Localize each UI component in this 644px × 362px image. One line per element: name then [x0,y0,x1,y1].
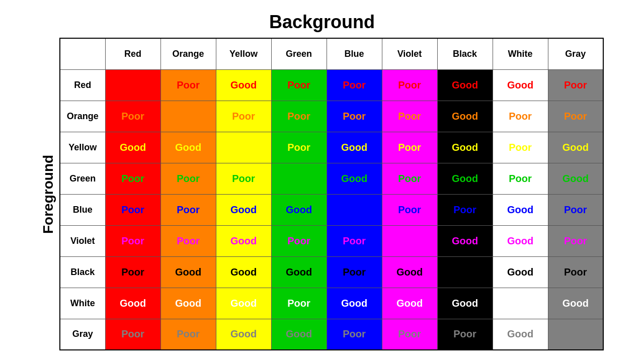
page-wrapper: Background Foreground RedOrangeYellowGre… [5,12,639,350]
cell-text: Poor [177,79,200,90]
cell-gray-orange: Poor [160,319,216,350]
cell-text: Poor [287,142,310,153]
cell-gray-blue: Poor [327,319,382,350]
cell-text: Poor [453,328,476,339]
foreground-label: Foreground [40,53,56,335]
cell-yellow-violet: Poor [382,132,437,163]
cell-orange-blue: Poor [327,101,382,132]
cell-text: Poor [398,328,421,339]
cell-text: Poor [287,79,310,90]
cell-white-gray: Good [548,288,603,319]
col-header-gray: Gray [548,38,603,69]
cell-text: Good [452,142,478,153]
cell-text: Good [452,173,478,184]
cell-black-black [437,256,493,288]
cell-text: Poor [398,173,421,184]
cell-text: Poor [509,111,532,122]
cell-text: Good [396,266,423,278]
cell-red-gray: Poor [548,69,603,101]
cell-text: Poor [564,204,587,215]
cell-red-violet: Poor [382,69,437,101]
cell-text: Poor [177,173,200,184]
col-header-white: White [493,38,548,69]
cell-green-orange: Poor [160,163,216,194]
main-title: Background [269,12,375,33]
cell-yellow-black: Good [437,132,493,163]
cell-gray-yellow: Good [216,319,271,350]
cell-text: Good [120,142,146,153]
cell-text: Poor [121,235,144,246]
cell-text: Good [507,235,533,246]
cell-white-violet: Good [382,288,437,319]
cell-text: Good [507,328,533,339]
cell-violet-orange: Poor [160,225,216,256]
col-header-black: Black [437,38,493,69]
cell-text: Poor [564,266,587,278]
cell-text: Good [562,173,589,184]
cell-text: Poor [287,235,310,246]
cell-violet-white: Good [493,225,548,256]
cell-gray-gray [548,319,603,350]
cell-text: Poor [564,79,587,90]
cell-red-black: Good [437,69,493,101]
row-header-black: Black [60,256,105,288]
cell-text: Poor [509,173,532,184]
cell-text: Good [452,111,478,122]
cell-text: Good [452,79,478,90]
cell-text: Good [230,204,257,215]
cell-green-green [271,163,327,194]
cell-text: Poor [177,204,200,215]
cell-yellow-red: Good [105,132,160,163]
cell-blue-blue [327,194,382,225]
cell-green-white: Poor [493,163,548,194]
col-header-green: Green [271,38,327,69]
cell-text: Poor [121,204,144,215]
cell-white-red: Good [105,288,160,319]
row-header-blue: Blue [60,194,105,225]
cell-white-black: Good [437,288,493,319]
cell-text: Good [230,266,257,278]
cell-white-yellow: Good [216,288,271,319]
cell-text: Good [341,142,367,153]
row-header-yellow: Yellow [60,132,105,163]
cell-text: Good [452,298,478,309]
col-header-yellow: Yellow [216,38,271,69]
cell-green-blue: Good [327,163,382,194]
cell-text: Poor [121,111,144,122]
cell-blue-violet: Poor [382,194,437,225]
cell-red-green: Poor [271,69,327,101]
cell-text: Good [175,298,201,309]
row-header-red: Red [60,69,105,101]
cell-black-yellow: Good [216,256,271,288]
cell-text: Poor [232,173,255,184]
cell-red-red [105,69,160,101]
cell-blue-green: Good [271,194,327,225]
cell-violet-gray: Poor [548,225,603,256]
cell-text: Poor [398,204,421,215]
cell-text: Poor [398,79,421,90]
cell-text: Good [175,266,201,278]
cell-text: Good [230,298,257,309]
row-header-gray: Gray [60,319,105,350]
cell-black-gray: Poor [548,256,603,288]
col-header-red: Red [105,38,160,69]
cell-text: Good [452,235,478,246]
cell-text: Poor [121,328,144,339]
table-row: YellowGoodGoodPoorGoodPoorGoodPoorGood [60,132,603,163]
cell-violet-red: Poor [105,225,160,256]
cell-text: Poor [343,111,366,122]
cell-gray-white: Good [493,319,548,350]
cell-blue-white: Good [493,194,548,225]
cell-white-green: Poor [271,288,327,319]
cell-text: Good [507,266,533,278]
col-header-violet: Violet [382,38,437,69]
table-row: WhiteGoodGoodGoodPoorGoodGoodGoodGood [60,288,603,319]
cell-blue-yellow: Good [216,194,271,225]
cell-text: Good [507,204,533,215]
cell-text: Poor [398,142,421,153]
cell-red-white: Good [493,69,548,101]
cell-green-gray: Good [548,163,603,194]
cell-blue-black: Poor [437,194,493,225]
cell-text: Poor [287,111,310,122]
row-header-white: White [60,288,105,319]
